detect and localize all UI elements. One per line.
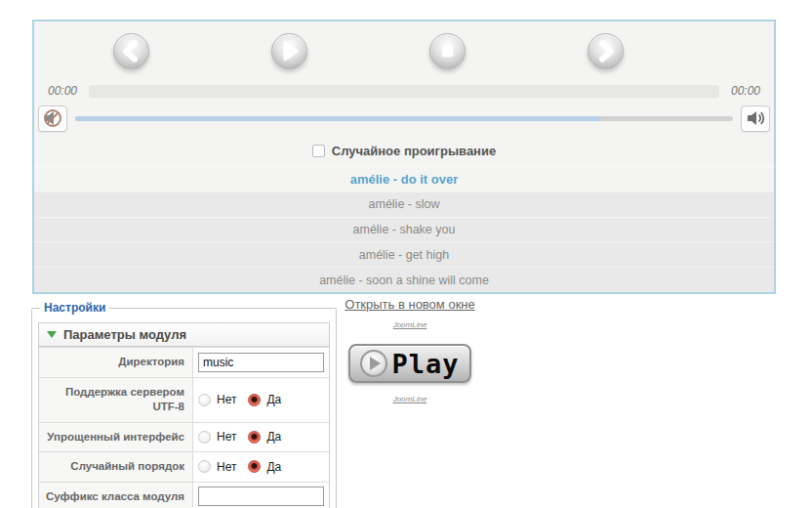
volume-fill (75, 116, 601, 121)
simple-ui-radio-yes-label: Да (266, 430, 281, 444)
track-row[interactable]: amélie - do it over (34, 166, 774, 191)
class-suffix-label: Суффикс класса модуля (39, 483, 193, 508)
settings-fieldset: Настройки Параметры модуля Директория По… (31, 301, 337, 508)
mute-button[interactable] (38, 106, 67, 132)
directory-label: Директория (39, 348, 193, 377)
params-header-label: Параметры модуля (63, 327, 186, 342)
directory-input[interactable] (198, 353, 324, 372)
utf8-radio-yes[interactable] (248, 394, 261, 406)
joomline-link-top[interactable]: JoomLine (393, 320, 427, 329)
utf8-radio-yes-label: Да (266, 393, 281, 406)
module-params-table: Параметры модуля Директория Поддержка се… (38, 322, 330, 508)
play-circle-icon (360, 350, 387, 377)
play-icon (272, 33, 306, 69)
volume-row (34, 104, 774, 133)
volume-slider[interactable] (75, 116, 733, 121)
settings-legend: Настройки (40, 301, 109, 315)
param-row-random-order: Случайный порядок Нет Да (39, 451, 329, 482)
track-title: amélie - get high (359, 248, 449, 262)
track-title: amélie - shake you (353, 223, 456, 236)
elapsed-time: 00:00 (48, 84, 81, 98)
previous-track-button[interactable] (113, 33, 149, 69)
shuffle-checkbox[interactable] (312, 145, 325, 157)
simple-ui-radio-no[interactable] (198, 431, 211, 444)
play-button[interactable] (271, 33, 307, 69)
speaker-muted-icon (42, 108, 63, 128)
shuffle-row: Случайное проигрывание (34, 139, 774, 162)
progress-row: 00:00 00:00 (34, 83, 774, 99)
track-row[interactable]: amélie - shake you (34, 217, 774, 242)
play-preview-button[interactable]: Play (348, 344, 471, 383)
transport-controls (34, 21, 774, 80)
track-title: amélie - do it over (350, 172, 459, 187)
next-track-button[interactable] (588, 33, 624, 69)
random-order-radio-yes-label: Да (266, 460, 281, 474)
param-row-simple-ui: Упрощенный интерфейс Нет Да (39, 422, 329, 452)
random-order-radio-no-label: Нет (217, 460, 236, 474)
play-button-label: Play (391, 351, 459, 377)
playlist: amélie - do it over amélie - slow amélie… (34, 166, 774, 292)
preview-column: Открыть в новом окне JoomLine Play JoomL… (344, 295, 476, 405)
speaker-loud-icon (745, 108, 766, 128)
collapse-triangle-icon (47, 331, 57, 338)
track-row[interactable]: amélie - soon a shine will come (34, 267, 774, 292)
utf8-radio-no-label: Нет (217, 393, 236, 406)
utf8-radio-no[interactable] (198, 394, 211, 406)
chevron-right-icon (589, 33, 623, 69)
total-time: 00:00 (727, 84, 760, 98)
param-row-utf8: Поддержка сервером UTF-8 Нет Да (39, 377, 329, 422)
music-player-panel: 00:00 00:00 (32, 20, 776, 294)
simple-ui-radio-no-label: Нет (217, 430, 236, 444)
track-title: amélie - slow (369, 197, 440, 211)
track-row[interactable]: amélie - slow (34, 191, 774, 217)
random-order-radio-no[interactable] (198, 460, 211, 473)
simple-ui-label: Упрощенный интерфейс (39, 423, 193, 452)
chevron-left-icon (114, 33, 148, 69)
page: 00:00 00:00 (0, 0, 812, 508)
utf8-label: Поддержка сервером UTF-8 (39, 378, 193, 422)
random-order-label: Случайный порядок (39, 452, 193, 482)
random-order-radio-yes[interactable] (248, 460, 261, 473)
volume-up-button[interactable] (741, 106, 770, 132)
stop-button[interactable] (429, 33, 466, 69)
simple-ui-radio-yes[interactable] (248, 431, 261, 444)
seek-bar[interactable] (89, 85, 719, 98)
stop-icon (430, 33, 465, 69)
class-suffix-input[interactable] (198, 487, 324, 506)
open-in-new-window-link[interactable]: Открыть в новом окне (345, 297, 474, 312)
param-row-class-suffix: Суффикс класса модуля (39, 482, 329, 508)
param-row-directory: Директория (39, 347, 329, 377)
track-row[interactable]: amélie - get high (34, 241, 774, 267)
params-section-header[interactable]: Параметры модуля (39, 323, 329, 347)
shuffle-label: Случайное проигрывание (332, 144, 496, 158)
track-title: amélie - soon a shine will come (319, 274, 489, 287)
joomline-link-bottom[interactable]: JoomLine (393, 395, 427, 403)
